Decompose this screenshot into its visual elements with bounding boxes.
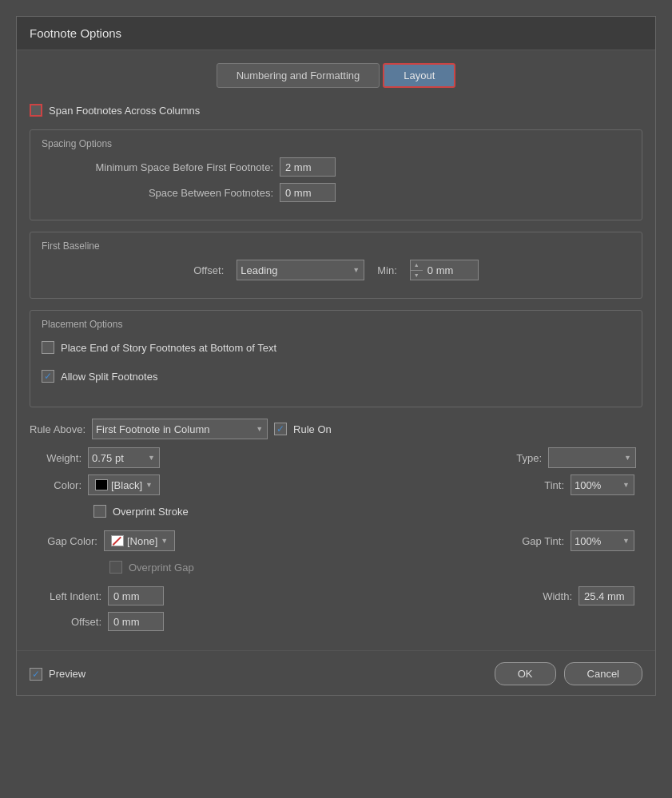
gap-color-arrow-icon: ▼ xyxy=(161,537,168,545)
indent-width-row: Left Indent: Width: xyxy=(38,586,634,605)
width-label: Width: xyxy=(543,590,572,602)
offset-row: Offset: Ascent Cap Height Leading x Heig… xyxy=(42,260,630,280)
preview-checkbox[interactable]: ✓ xyxy=(30,668,42,681)
tab-layout[interactable]: Layout xyxy=(383,63,455,88)
cancel-button[interactable]: Cancel xyxy=(564,662,642,685)
allow-split-label: Allow Split Footnotes xyxy=(61,371,157,383)
spin-up-button[interactable]: ▲ xyxy=(411,260,423,271)
min-space-label: Minimum Space Before First Footnote: xyxy=(42,161,273,173)
allow-split-row: ✓ Allow Split Footnotes xyxy=(42,367,630,386)
color-dropdown[interactable]: [Black] ▼ xyxy=(88,474,160,495)
offset-bottom-input[interactable] xyxy=(108,612,164,631)
span-footnotes-checkbox[interactable] xyxy=(30,104,42,117)
rule-above-select-wrapper: First Footnote in Column All Footnotes xyxy=(92,419,268,439)
space-between-label: Space Between Footnotes: xyxy=(42,187,273,199)
weight-type-row: Weight: 0.75 pt 1 pt 2 pt Type: xyxy=(38,447,634,468)
spinbox-arrows: ▲ ▼ xyxy=(410,260,423,280)
place-end-label: Place End of Story Footnotes at Bottom o… xyxy=(61,342,276,354)
offset-bottom-label: Offset: xyxy=(38,616,101,628)
footer-left: ✓ Preview xyxy=(30,668,85,681)
placement-options-title: Placement Options xyxy=(42,319,630,330)
span-footnotes-row: Span Footnotes Across Columns xyxy=(30,101,642,120)
left-indent-input[interactable] xyxy=(108,586,164,605)
color-label: Color: xyxy=(38,479,82,491)
gap-color-label: Gap Color: xyxy=(38,535,97,547)
gap-tint-label: Gap Tint: xyxy=(522,535,564,547)
place-end-checkbox[interactable] xyxy=(42,341,54,354)
overprint-gap-checkbox[interactable] xyxy=(109,561,122,574)
allow-split-checkbox[interactable]: ✓ xyxy=(42,370,54,383)
type-select-wrapper xyxy=(548,447,636,468)
spacing-options-section: Spacing Options Minimum Space Before Fir… xyxy=(30,129,642,220)
rule-above-row: Rule Above: First Footnote in Column All… xyxy=(30,419,642,439)
first-baseline-title: First Baseline xyxy=(42,240,630,252)
gap-color-dropdown[interactable]: [None] ▼ xyxy=(104,530,175,551)
offset-label: Offset: xyxy=(193,264,224,276)
type-label: Type: xyxy=(516,452,542,464)
offset-select-wrapper: Ascent Cap Height Leading x Height Fixed xyxy=(237,260,364,280)
min-value-input[interactable] xyxy=(423,260,479,280)
first-baseline-section: First Baseline Offset: Ascent Cap Height… xyxy=(30,232,642,299)
min-space-row: Minimum Space Before First Footnote: xyxy=(42,157,630,177)
tint-label: Tint: xyxy=(544,479,564,491)
color-dropdown-arrow-icon: ▼ xyxy=(145,481,153,489)
left-indent-label: Left Indent: xyxy=(38,590,101,602)
gap-color-value: [None] xyxy=(127,535,157,547)
tab-numbering-formatting[interactable]: Numbering and Formatting xyxy=(217,63,380,88)
tab-bar: Numbering and Formatting Layout xyxy=(30,63,642,88)
min-spinbox: ▲ ▼ xyxy=(410,260,479,280)
rule-above-select[interactable]: First Footnote in Column All Footnotes xyxy=(92,419,268,439)
overprint-gap-label: Overprint Gap xyxy=(129,562,194,574)
placement-options-section: Placement Options Place End of Story Foo… xyxy=(30,310,642,407)
dialog-title-bar: Footnote Options xyxy=(17,17,655,50)
overprint-gap-row: Overprint Gap xyxy=(109,558,634,577)
rule-properties-area: Weight: 0.75 pt 1 pt 2 pt Type: xyxy=(30,447,642,631)
gap-tint-select-wrapper: 100% xyxy=(571,530,634,551)
overprint-stroke-label: Overprint Stroke xyxy=(113,506,189,518)
spacing-options-title: Spacing Options xyxy=(42,138,630,149)
color-value: [Black] xyxy=(111,479,142,491)
ok-button[interactable]: OK xyxy=(495,662,556,685)
min-label: Min: xyxy=(377,264,397,276)
min-space-input[interactable] xyxy=(280,157,336,177)
weight-select-wrapper: 0.75 pt 1 pt 2 pt xyxy=(88,447,160,468)
preview-label: Preview xyxy=(49,668,85,680)
gap-color-swatch-icon xyxy=(111,535,124,546)
span-footnotes-label: Span Footnotes Across Columns xyxy=(49,105,200,117)
gap-color-tint-row: Gap Color: [None] ▼ Gap Tint: 100% xyxy=(38,530,634,551)
dialog-title: Footnote Options xyxy=(30,26,121,40)
weight-select[interactable]: 0.75 pt 1 pt 2 pt xyxy=(88,447,160,468)
rule-above-label: Rule Above: xyxy=(30,423,85,435)
color-swatch-icon xyxy=(95,479,108,490)
tint-select[interactable]: 100% xyxy=(571,474,634,495)
offset-select[interactable]: Ascent Cap Height Leading x Height Fixed xyxy=(237,260,364,280)
width-input[interactable] xyxy=(579,586,634,605)
rule-on-label: Rule On xyxy=(293,423,332,435)
rule-on-checkbox[interactable]: ✓ xyxy=(274,423,287,435)
dialog-footer: ✓ Preview OK Cancel xyxy=(17,650,655,695)
overprint-stroke-row: Overprint Stroke xyxy=(93,502,634,521)
place-end-row: Place End of Story Footnotes at Bottom o… xyxy=(42,338,630,357)
space-between-row: Space Between Footnotes: xyxy=(42,183,630,202)
spin-down-button[interactable]: ▼ xyxy=(411,271,423,280)
footer-right: OK Cancel xyxy=(495,662,642,685)
footnote-options-dialog: Footnote Options Numbering and Formattin… xyxy=(16,16,656,696)
weight-label: Weight: xyxy=(38,452,82,464)
type-select[interactable] xyxy=(548,447,636,468)
color-tint-row: Color: [Black] ▼ Tint: 100% xyxy=(38,474,634,495)
tint-select-wrapper: 100% xyxy=(571,474,634,495)
offset-bottom-row: Offset: xyxy=(38,612,634,631)
overprint-stroke-checkbox[interactable] xyxy=(93,505,106,518)
space-between-input[interactable] xyxy=(280,183,336,202)
gap-tint-select[interactable]: 100% xyxy=(571,530,634,551)
